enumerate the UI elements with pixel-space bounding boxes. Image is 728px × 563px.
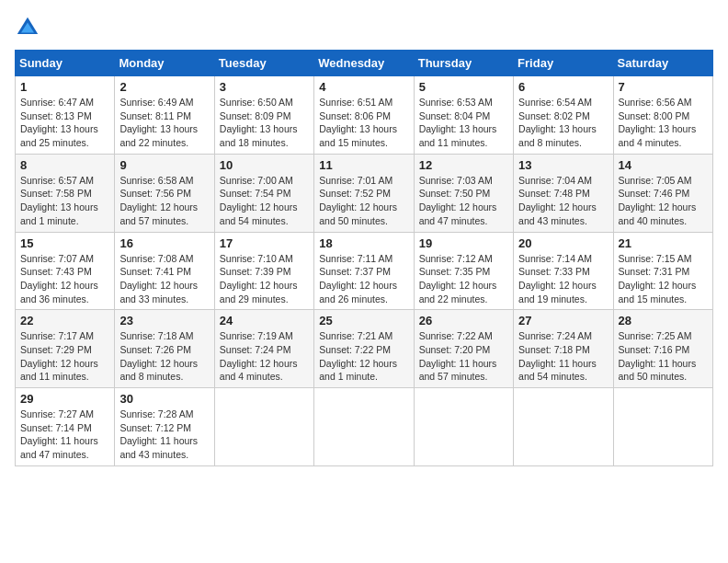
day-info: Sunrise: 7:21 AMSunset: 7:22 PMDaylight:… [319, 329, 408, 384]
calendar-cell: 15Sunrise: 7:07 AMSunset: 7:43 PMDayligh… [16, 232, 115, 310]
calendar-cell: 26Sunrise: 7:22 AMSunset: 7:20 PMDayligh… [414, 310, 513, 388]
calendar-week-4: 22Sunrise: 7:17 AMSunset: 7:29 PMDayligh… [16, 310, 713, 388]
calendar-cell [214, 388, 313, 466]
day-info: Sunrise: 7:05 AMSunset: 7:46 PMDaylight:… [619, 174, 708, 228]
calendar-cell: 20Sunrise: 7:14 AMSunset: 7:33 PMDayligh… [514, 232, 613, 310]
calendar-cell: 17Sunrise: 7:10 AMSunset: 7:39 PMDayligh… [214, 232, 313, 310]
day-number: 7 [619, 80, 708, 94]
day-info: Sunrise: 7:08 AMSunset: 7:41 PMDaylight:… [119, 252, 209, 306]
calendar-cell: 18Sunrise: 7:11 AMSunset: 7:37 PMDayligh… [314, 232, 414, 310]
page-header [15, 15, 713, 40]
day-info: Sunrise: 7:18 AMSunset: 7:26 PMDaylight:… [119, 329, 209, 384]
day-number: 13 [518, 158, 608, 172]
calendar-cell: 19Sunrise: 7:12 AMSunset: 7:35 PMDayligh… [414, 232, 513, 310]
day-number: 17 [220, 236, 309, 250]
calendar-table: SundayMondayTuesdayWednesdayThursdayFrid… [15, 50, 713, 466]
day-info: Sunrise: 7:00 AMSunset: 7:54 PMDaylight:… [220, 174, 309, 228]
day-number: 10 [220, 158, 309, 172]
day-info: Sunrise: 6:54 AMSunset: 8:02 PMDaylight:… [518, 96, 608, 150]
day-info: Sunrise: 7:28 AMSunset: 7:12 PMDaylight:… [119, 408, 209, 462]
day-number: 23 [119, 314, 209, 327]
day-number: 15 [20, 236, 109, 250]
logo-icon [15, 15, 40, 40]
day-number: 28 [619, 314, 708, 327]
day-number: 6 [518, 80, 608, 94]
calendar-cell: 30Sunrise: 7:28 AMSunset: 7:12 PMDayligh… [115, 388, 214, 466]
day-number: 22 [20, 314, 109, 327]
day-number: 4 [319, 80, 408, 94]
day-number: 9 [119, 158, 209, 172]
day-number: 24 [220, 314, 309, 327]
day-number: 5 [419, 80, 508, 94]
calendar-cell: 13Sunrise: 7:04 AMSunset: 7:48 PMDayligh… [514, 154, 613, 232]
calendar-week-1: 1Sunrise: 6:47 AMSunset: 8:13 PMDaylight… [16, 76, 713, 155]
day-info: Sunrise: 7:03 AMSunset: 7:50 PMDaylight:… [419, 174, 508, 228]
calendar-cell: 9Sunrise: 6:58 AMSunset: 7:56 PMDaylight… [115, 154, 214, 232]
logo [15, 15, 44, 40]
day-info: Sunrise: 6:50 AMSunset: 8:09 PMDaylight:… [220, 96, 309, 150]
calendar-week-3: 15Sunrise: 7:07 AMSunset: 7:43 PMDayligh… [16, 232, 713, 310]
day-number: 30 [119, 392, 209, 406]
day-info: Sunrise: 7:04 AMSunset: 7:48 PMDaylight:… [518, 174, 608, 228]
day-number: 27 [518, 314, 608, 327]
weekday-header-friday: Friday [514, 51, 613, 76]
calendar-cell: 6Sunrise: 6:54 AMSunset: 8:02 PMDaylight… [514, 76, 613, 155]
day-number: 12 [419, 158, 508, 172]
calendar-cell [414, 388, 513, 466]
day-info: Sunrise: 7:14 AMSunset: 7:33 PMDaylight:… [518, 252, 608, 306]
weekday-header-tuesday: Tuesday [214, 51, 313, 76]
day-info: Sunrise: 7:27 AMSunset: 7:14 PMDaylight:… [20, 408, 109, 462]
calendar-cell: 7Sunrise: 6:56 AMSunset: 8:00 PMDaylight… [613, 76, 712, 155]
day-info: Sunrise: 7:19 AMSunset: 7:24 PMDaylight:… [220, 329, 309, 384]
calendar-cell: 24Sunrise: 7:19 AMSunset: 7:24 PMDayligh… [214, 310, 313, 388]
day-number: 20 [518, 236, 608, 250]
day-info: Sunrise: 7:01 AMSunset: 7:52 PMDaylight:… [319, 174, 408, 228]
day-info: Sunrise: 7:15 AMSunset: 7:31 PMDaylight:… [619, 252, 708, 306]
day-number: 29 [20, 392, 109, 406]
day-number: 1 [20, 80, 109, 94]
day-number: 11 [319, 158, 408, 172]
calendar-week-2: 8Sunrise: 6:57 AMSunset: 7:58 PMDaylight… [16, 154, 713, 232]
weekday-header-sunday: Sunday [16, 51, 115, 76]
weekday-header-saturday: Saturday [613, 51, 712, 76]
day-number: 14 [619, 158, 708, 172]
calendar-cell: 10Sunrise: 7:00 AMSunset: 7:54 PMDayligh… [214, 154, 313, 232]
day-number: 8 [20, 158, 109, 172]
calendar-cell: 25Sunrise: 7:21 AMSunset: 7:22 PMDayligh… [314, 310, 414, 388]
day-info: Sunrise: 7:07 AMSunset: 7:43 PMDaylight:… [20, 252, 109, 306]
day-info: Sunrise: 7:10 AMSunset: 7:39 PMDaylight:… [220, 252, 309, 306]
day-number: 25 [319, 314, 408, 327]
calendar-cell: 4Sunrise: 6:51 AMSunset: 8:06 PMDaylight… [314, 76, 414, 155]
calendar-cell: 22Sunrise: 7:17 AMSunset: 7:29 PMDayligh… [16, 310, 115, 388]
weekday-header-thursday: Thursday [414, 51, 513, 76]
day-info: Sunrise: 6:58 AMSunset: 7:56 PMDaylight:… [119, 174, 209, 228]
day-info: Sunrise: 7:11 AMSunset: 7:37 PMDaylight:… [319, 252, 408, 306]
calendar-cell: 27Sunrise: 7:24 AMSunset: 7:18 PMDayligh… [514, 310, 613, 388]
day-info: Sunrise: 6:56 AMSunset: 8:00 PMDaylight:… [619, 96, 708, 150]
day-number: 3 [220, 80, 309, 94]
calendar-cell: 28Sunrise: 7:25 AMSunset: 7:16 PMDayligh… [613, 310, 712, 388]
day-info: Sunrise: 7:25 AMSunset: 7:16 PMDaylight:… [619, 329, 708, 384]
day-info: Sunrise: 6:57 AMSunset: 7:58 PMDaylight:… [20, 174, 109, 228]
day-info: Sunrise: 6:49 AMSunset: 8:11 PMDaylight:… [119, 96, 209, 150]
calendar-cell [514, 388, 613, 466]
day-info: Sunrise: 6:53 AMSunset: 8:04 PMDaylight:… [419, 96, 508, 150]
calendar-cell: 29Sunrise: 7:27 AMSunset: 7:14 PMDayligh… [16, 388, 115, 466]
day-info: Sunrise: 7:22 AMSunset: 7:20 PMDaylight:… [419, 329, 508, 384]
day-info: Sunrise: 7:24 AMSunset: 7:18 PMDaylight:… [518, 329, 608, 384]
day-number: 2 [119, 80, 209, 94]
day-info: Sunrise: 7:12 AMSunset: 7:35 PMDaylight:… [419, 252, 508, 306]
calendar-cell: 14Sunrise: 7:05 AMSunset: 7:46 PMDayligh… [613, 154, 712, 232]
day-info: Sunrise: 6:51 AMSunset: 8:06 PMDaylight:… [319, 96, 408, 150]
calendar-cell: 23Sunrise: 7:18 AMSunset: 7:26 PMDayligh… [115, 310, 214, 388]
weekday-header-wednesday: Wednesday [314, 51, 414, 76]
day-number: 16 [119, 236, 209, 250]
calendar-cell: 21Sunrise: 7:15 AMSunset: 7:31 PMDayligh… [613, 232, 712, 310]
weekday-header-monday: Monday [115, 51, 214, 76]
calendar-cell: 16Sunrise: 7:08 AMSunset: 7:41 PMDayligh… [115, 232, 214, 310]
calendar-cell [613, 388, 712, 466]
day-number: 21 [619, 236, 708, 250]
calendar-cell: 8Sunrise: 6:57 AMSunset: 7:58 PMDaylight… [16, 154, 115, 232]
day-info: Sunrise: 6:47 AMSunset: 8:13 PMDaylight:… [20, 96, 109, 150]
weekday-header-row: SundayMondayTuesdayWednesdayThursdayFrid… [16, 51, 713, 76]
